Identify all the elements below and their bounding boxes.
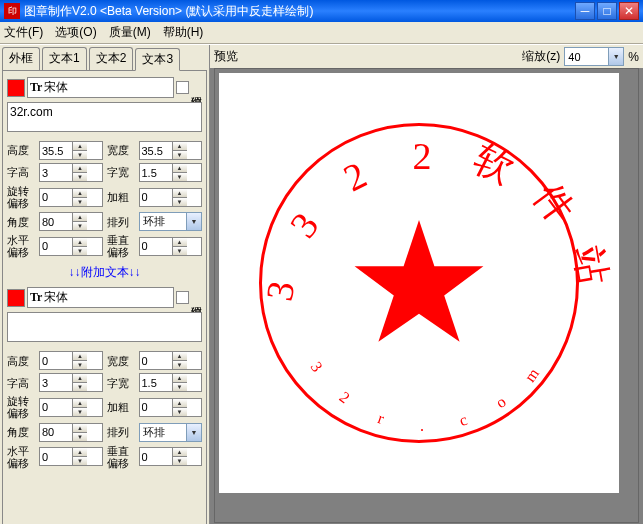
- lbl-charw: 字宽: [107, 166, 135, 178]
- preview-header: 预览 缩放(z) 40 ▼ %: [210, 45, 643, 68]
- stamp-circle: 3322软件站 3 2 r . c o m: [259, 123, 579, 443]
- up-icon[interactable]: ▲: [73, 142, 87, 151]
- chevron-down-icon[interactable]: ▼: [608, 48, 623, 65]
- chevron-down-icon[interactable]: ▼: [186, 424, 201, 441]
- left-panel: 外框 文本1 文本2 文本3 Tr 宋体 纹理 高度 ▲▼ 宽度 ▲▼: [0, 45, 210, 524]
- spinner-width-1[interactable]: ▲▼: [139, 141, 203, 160]
- stamp-bottom-text: 3 2 r . c o m: [262, 126, 576, 440]
- combo-arrange-2[interactable]: 环排▼: [139, 423, 203, 442]
- minimize-button[interactable]: ─: [575, 2, 595, 20]
- spinner-height-2[interactable]: ▲▼: [39, 351, 103, 370]
- text-input-2[interactable]: [7, 312, 202, 342]
- texture-checkbox-2[interactable]: [176, 291, 189, 304]
- zoom-combo[interactable]: 40 ▼: [564, 47, 624, 66]
- spinner-charh-2[interactable]: ▲▼: [39, 373, 103, 392]
- spinner-charh-1[interactable]: ▲▼: [39, 163, 103, 182]
- preview-title: 预览: [214, 48, 522, 65]
- attach-header: ↓↓附加文本↓↓: [7, 264, 202, 281]
- tab-frame[interactable]: 外框: [2, 47, 40, 70]
- font-icon: Tr: [30, 290, 42, 305]
- spinner-angle-2[interactable]: ▲▼: [39, 423, 103, 442]
- color-swatch-1[interactable]: [7, 79, 25, 97]
- menu-quality[interactable]: 质量(M): [109, 24, 151, 41]
- tab-panel: Tr 宋体 纹理 高度 ▲▼ 宽度 ▲▼ 字高 ▲▼ 字宽 ▲▼ 旋转偏移 ▲▼…: [2, 70, 207, 524]
- spinner-voff-1[interactable]: ▲▼: [139, 237, 203, 256]
- lbl-height: 高度: [7, 144, 35, 156]
- lbl-charh: 字高: [7, 166, 35, 178]
- maximize-button[interactable]: □: [597, 2, 617, 20]
- lbl-voff: 垂直偏移: [107, 234, 135, 258]
- font-select-1[interactable]: Tr 宋体: [27, 77, 174, 98]
- spinner-bold-2[interactable]: ▲▼: [139, 398, 203, 417]
- lbl-bold: 加粗: [107, 191, 135, 203]
- lbl-hoff: 水平偏移: [7, 234, 35, 258]
- right-panel: 预览 缩放(z) 40 ▼ % 3322软件站 3 2 r . c o m: [210, 45, 643, 524]
- spinner-hoff-1[interactable]: ▲▼: [39, 237, 103, 256]
- texture-checkbox-1[interactable]: [176, 81, 189, 94]
- chevron-down-icon[interactable]: ▼: [186, 213, 201, 230]
- combo-arrange-1[interactable]: 环排▼: [139, 212, 203, 231]
- preview-area[interactable]: 3322软件站 3 2 r . c o m: [214, 68, 639, 523]
- spinner-charw-1[interactable]: ▲▼: [139, 163, 203, 182]
- font-icon: Tr: [30, 80, 42, 95]
- spinner-rotoff-2[interactable]: ▲▼: [39, 398, 103, 417]
- spinner-height-1[interactable]: ▲▼: [39, 141, 103, 160]
- font-select-2[interactable]: Tr 宋体: [27, 287, 174, 308]
- menu-options[interactable]: 选项(O): [55, 24, 96, 41]
- stamp-canvas: 3322软件站 3 2 r . c o m: [219, 73, 619, 493]
- lbl-arrange: 排列: [107, 216, 135, 228]
- percent-label: %: [628, 50, 639, 64]
- spinner-angle-1[interactable]: ▲▼: [39, 212, 103, 231]
- color-swatch-2[interactable]: [7, 289, 25, 307]
- menu-bar: 文件(F) 选项(O) 质量(M) 帮助(H): [0, 22, 643, 43]
- tab-strip: 外框 文本1 文本2 文本3: [2, 47, 207, 70]
- tab-text1[interactable]: 文本1: [42, 47, 87, 70]
- font-name-1: 宋体: [44, 79, 68, 96]
- app-icon: 印: [4, 3, 20, 19]
- menu-file[interactable]: 文件(F): [4, 24, 43, 41]
- spinner-bold-1[interactable]: ▲▼: [139, 188, 203, 207]
- font-name-2: 宋体: [44, 289, 68, 306]
- menu-help[interactable]: 帮助(H): [163, 24, 204, 41]
- spinner-width-2[interactable]: ▲▼: [139, 351, 203, 370]
- spinner-voff-2[interactable]: ▲▼: [139, 447, 203, 466]
- down-icon[interactable]: ▼: [73, 151, 87, 159]
- text-input-1[interactable]: [7, 102, 202, 132]
- spinner-hoff-2[interactable]: ▲▼: [39, 447, 103, 466]
- zoom-label: 缩放(z): [522, 48, 560, 65]
- title-bar: 印 图章制作V2.0 <Beta Version> (默认采用中反走样绘制) ─…: [0, 0, 643, 22]
- lbl-width: 宽度: [107, 144, 135, 156]
- lbl-rotoff: 旋转偏移: [7, 185, 35, 209]
- lbl-angle: 角度: [7, 216, 35, 228]
- tab-text3[interactable]: 文本3: [135, 48, 180, 71]
- close-button[interactable]: ✕: [619, 2, 639, 20]
- tab-text2[interactable]: 文本2: [89, 47, 134, 70]
- spinner-rotoff-1[interactable]: ▲▼: [39, 188, 103, 207]
- window-title: 图章制作V2.0 <Beta Version> (默认采用中反走样绘制): [24, 3, 575, 20]
- spinner-charw-2[interactable]: ▲▼: [139, 373, 203, 392]
